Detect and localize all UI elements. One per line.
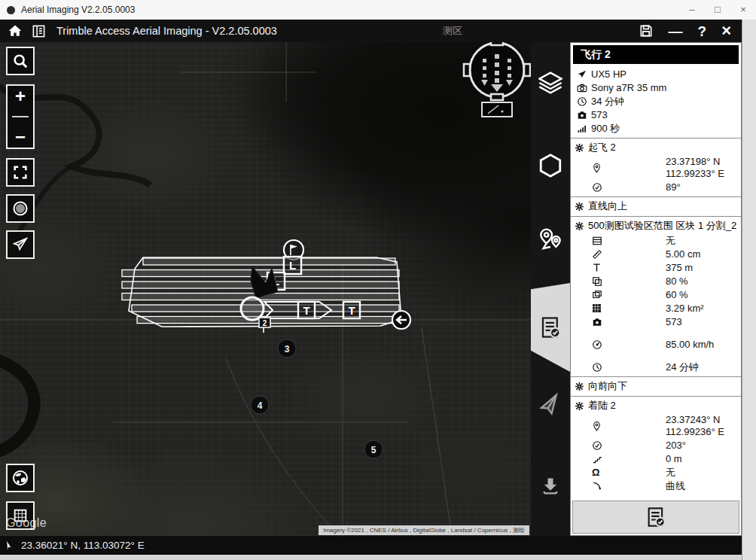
waypoint-flag-2[interactable]: 2: [259, 318, 270, 333]
forward-overlap-row: 80 %: [571, 275, 741, 288]
signal-bars-icon: [577, 123, 587, 134]
takeoff-section: 起飞 2 23.37198° N 112.99233° E 89°: [571, 138, 741, 196]
takeoff-header: 起飞 2: [571, 140, 741, 155]
checklist-icon: [539, 316, 562, 339]
height-row: 375 m: [571, 261, 741, 274]
right-tabstrip: [531, 42, 570, 536]
gear-icon: [575, 221, 584, 231]
gear-icon: [575, 382, 584, 391]
status-bar: 23.36021° N, 113.03072° E: [0, 536, 742, 555]
landing-position-row: 23.37243° N 112.99236° E: [571, 414, 741, 438]
curve-icon: [592, 481, 602, 492]
map-attribution: Imagery ©2021 , CNES / Airbus , DigitalG…: [319, 525, 529, 535]
takeoff-point-marker[interactable]: T: [298, 302, 315, 318]
landing-heading-row: 203°: [571, 439, 741, 452]
checklist-button[interactable]: [641, 506, 671, 528]
block-section: 500测图试验区范围 区块 1 分割_2 无 5.00 cm 375 m 80 …: [571, 216, 741, 376]
area-row: 3.29 km²: [571, 302, 741, 315]
tab-flight[interactable]: [531, 390, 570, 423]
waypoint-4[interactable]: 4: [251, 396, 269, 414]
clock-icon: [592, 362, 602, 373]
help-button[interactable]: ?: [698, 24, 707, 38]
landing-obstacle-row: Ω 无: [571, 466, 741, 479]
svg-text:2: 2: [263, 319, 267, 327]
photos-icon: [592, 317, 602, 327]
zoom-in-button[interactable]: +: [15, 87, 26, 105]
gear-icon: [575, 143, 584, 153]
list-item: Sony a7R 35 mm: [571, 81, 741, 95]
photos-row: 573: [571, 315, 741, 328]
svg-text:T: T: [303, 304, 309, 317]
layers-icon: [538, 71, 562, 95]
globe-icon: [11, 469, 29, 487]
speed-icon: [592, 339, 602, 350]
waypoint-3[interactable]: 3: [278, 339, 296, 358]
landing-section: 着陆 2 23.37243° N 112.99236° E 203° 0 m: [571, 396, 741, 495]
list-item: 900 秒: [571, 122, 741, 135]
wind-rose: [464, 42, 530, 117]
panel-title: 飞行 2: [573, 45, 739, 64]
climb-header: 直线向上: [571, 199, 741, 214]
wind-value-box: [482, 102, 512, 117]
zoom-out-button[interactable]: −: [15, 128, 26, 146]
speed-row: 85.00 km/h: [571, 338, 741, 351]
takeoff-point-marker[interactable]: T: [343, 302, 360, 318]
ruler-icon: [592, 249, 602, 260]
list-item: 573: [571, 108, 741, 122]
clock-icon: [577, 96, 587, 107]
zoom-control[interactable]: + −: [6, 84, 35, 149]
tab-checklist-selected[interactable]: [531, 283, 570, 372]
hexagon-icon: [538, 153, 563, 178]
checklist-icon: [645, 507, 666, 528]
uav-icon: [577, 69, 587, 80]
app-title: Trimble Access Aerial Imaging - V2.2.05.…: [56, 25, 277, 37]
google-watermark: Google: [6, 516, 47, 530]
os-close-button[interactable]: ×: [730, 1, 756, 19]
gear-icon: [575, 401, 584, 411]
flight-details-panel: 飞行 2 UX5 HP Sony a7R 35 mm 34 分钟 573: [570, 42, 742, 536]
locate-button[interactable]: [6, 194, 35, 223]
minimize-button[interactable]: —: [669, 24, 683, 38]
location-pin-icon: [592, 163, 602, 174]
home-icon[interactable]: [8, 23, 23, 38]
tab-waypoints[interactable]: [531, 223, 570, 256]
takeoff-circle-marker[interactable]: [241, 297, 264, 320]
map-overlay: L L T T: [0, 42, 531, 536]
svg-text:3: 3: [285, 344, 290, 355]
tab-export[interactable]: [531, 470, 570, 503]
search-button[interactable]: [6, 47, 35, 75]
photos-icon: [577, 110, 587, 120]
save-icon[interactable]: [639, 23, 654, 38]
os-window-title: Aerial Imaging V2.2.05.0003: [21, 5, 135, 15]
list-item: 34 分钟: [571, 95, 741, 108]
paper-plane-icon: [535, 391, 565, 422]
locate-circle-icon: [11, 199, 29, 218]
direction-circle-marker[interactable]: [392, 311, 410, 329]
os-titlebar: Aerial Imaging V2.2.05.0003 – □ ×: [0, 0, 756, 20]
zoom-divider: [12, 116, 29, 117]
height-icon: [592, 263, 602, 272]
landing-point-marker[interactable]: L: [284, 257, 301, 274]
area-icon: [592, 303, 602, 313]
cursor-icon: [5, 540, 15, 552]
basemap-button[interactable]: [6, 464, 35, 492]
svg-text:4: 4: [258, 400, 263, 411]
os-minimize-button[interactable]: –: [679, 1, 705, 19]
project-list-icon[interactable]: [32, 24, 46, 38]
heading-icon: [592, 182, 602, 193]
steps-icon: [592, 454, 602, 464]
goto-uav-button[interactable]: [6, 230, 35, 259]
tab-layers[interactable]: [531, 66, 570, 99]
block-header: 500测图试验区范围 区块 1 分割_2: [571, 218, 741, 233]
takeoff-position-row: 23.37198° N 112.99233° E: [571, 156, 741, 180]
close-button[interactable]: ×: [721, 23, 731, 39]
waypoint-5[interactable]: 5: [364, 440, 383, 458]
duration-row: 24 分钟: [571, 361, 741, 373]
zoom-extents-button[interactable]: [6, 158, 35, 187]
tab-block[interactable]: [531, 149, 570, 182]
app-icon: [7, 6, 15, 14]
os-maximize-button[interactable]: □: [705, 1, 730, 19]
side-overlap-row: 60 %: [571, 288, 741, 301]
map-canvas[interactable]: L L T T: [0, 42, 531, 536]
gear-icon: [575, 202, 584, 212]
